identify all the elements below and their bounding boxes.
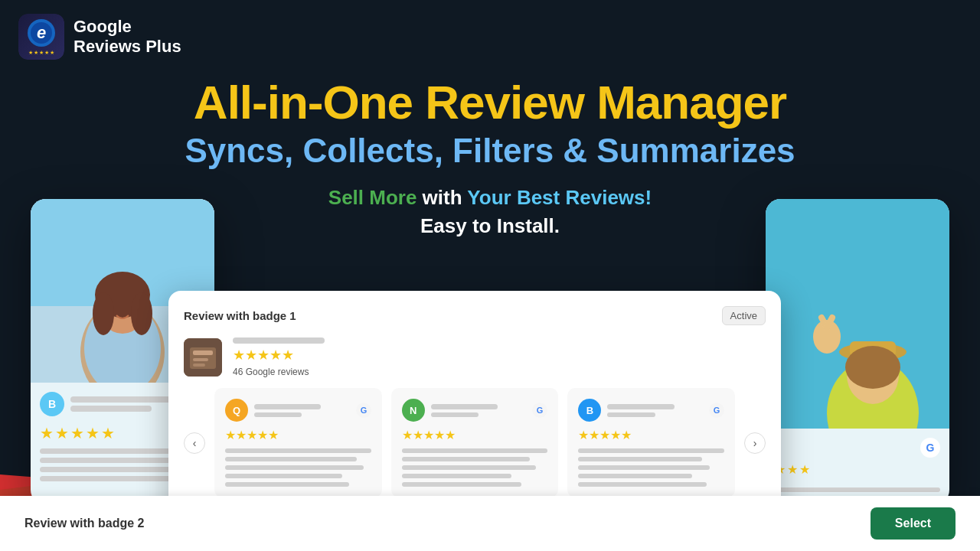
avatar-n: N — [402, 399, 425, 422]
svg-text:e: e — [37, 23, 46, 42]
arrow-left-btn[interactable]: ‹ — [184, 432, 205, 454]
phone-right: G ★★★ — [766, 199, 949, 505]
logo-text: Google Reviews Plus — [74, 17, 181, 57]
app-title: Google — [74, 17, 181, 37]
svg-text:G: G — [537, 406, 544, 415]
svg-point-11 — [93, 292, 114, 335]
panel-header: Review with badge 1 Active — [184, 306, 766, 325]
review-cards-row: ‹ Q G ★★★★★ — [184, 388, 766, 497]
product-info: ★★★★★ 46 Google reviews — [233, 337, 325, 377]
svg-text:G: G — [926, 442, 935, 454]
card-2-stars: ★★★★★ — [402, 428, 548, 442]
svg-point-12 — [131, 292, 152, 335]
product-thumbnail — [184, 338, 222, 377]
stars-right: ★★★ — [775, 462, 940, 477]
svg-text:G: G — [360, 406, 367, 415]
select-button[interactable]: Select — [871, 507, 956, 540]
review-card-3: B G ★★★★★ — [567, 388, 735, 497]
review-card-1: Q G ★★★★★ — [214, 388, 382, 497]
panel-title: Review with badge 1 — [184, 309, 296, 322]
svg-rect-27 — [193, 358, 208, 361]
svg-point-18 — [845, 346, 900, 389]
bottom-bar: Review with badge 2 Select — [0, 496, 980, 551]
avatar-b-card: B — [578, 399, 601, 422]
product-review-count: 46 Google reviews — [233, 367, 325, 377]
hero-headline-1: All-in-One Review Manager — [0, 77, 980, 129]
card-3-stars: ★★★★★ — [578, 428, 724, 442]
svg-text:G: G — [714, 406, 720, 415]
subline-easy-install: Easy to Install. — [420, 214, 560, 237]
avatar-q: Q — [225, 399, 248, 422]
header: e ★ ★ ★ ★ ★ Google Reviews Plus — [0, 0, 200, 73]
logo-icon: e ★ ★ ★ ★ ★ — [18, 14, 64, 60]
subline-best-reviews: Your Best Reviews! — [467, 186, 652, 209]
hero-headline-2: Syncs, Collects, Filters & Summarizes — [0, 132, 980, 170]
phone-right-image — [766, 199, 949, 429]
google-icon-right: G — [920, 438, 940, 458]
svg-rect-26 — [193, 350, 213, 355]
avatar-b-left: B — [40, 392, 64, 416]
phone-right-content: G ★★★ — [766, 429, 949, 505]
card-1-stars: ★★★★★ — [225, 428, 371, 442]
subline-with: with — [416, 186, 467, 209]
google-icon-card-2: G — [532, 403, 547, 418]
bottom-bar-title: Review with badge 2 — [24, 517, 144, 530]
review-card-2: N G ★★★★★ — [391, 388, 559, 497]
app-subtitle: Reviews Plus — [74, 37, 181, 57]
google-icon-card-1: G — [356, 403, 371, 418]
arrow-right-btn[interactable]: › — [744, 432, 766, 454]
svg-rect-28 — [193, 364, 205, 367]
active-badge: Active — [722, 306, 766, 325]
google-icon-card-3: G — [709, 403, 724, 418]
review-panel: Review with badge 1 Active ★★★★★ 46 Goog… — [168, 291, 781, 530]
subline-sell-more: Sell More — [328, 186, 417, 209]
